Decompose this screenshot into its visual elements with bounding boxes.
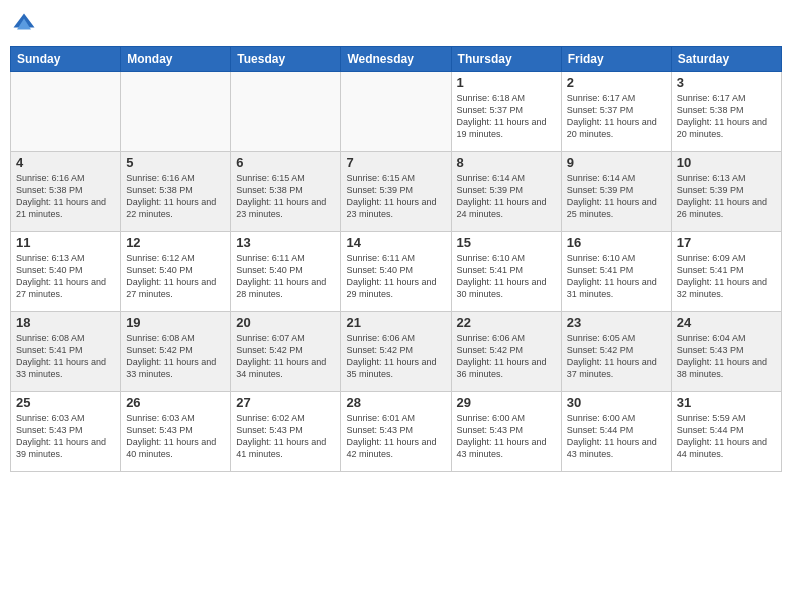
day-info: Sunrise: 6:15 AM Sunset: 5:39 PM Dayligh… xyxy=(346,172,445,221)
calendar-table: SundayMondayTuesdayWednesdayThursdayFrid… xyxy=(10,46,782,472)
calendar-header-row: SundayMondayTuesdayWednesdayThursdayFrid… xyxy=(11,47,782,72)
col-header-friday: Friday xyxy=(561,47,671,72)
page-header xyxy=(10,10,782,38)
logo xyxy=(10,10,42,38)
week-row-4: 18Sunrise: 6:08 AM Sunset: 5:41 PM Dayli… xyxy=(11,312,782,392)
day-cell-19: 19Sunrise: 6:08 AM Sunset: 5:42 PM Dayli… xyxy=(121,312,231,392)
day-cell-empty-3 xyxy=(341,72,451,152)
day-number: 14 xyxy=(346,235,445,250)
day-cell-22: 22Sunrise: 6:06 AM Sunset: 5:42 PM Dayli… xyxy=(451,312,561,392)
day-number: 24 xyxy=(677,315,776,330)
day-cell-18: 18Sunrise: 6:08 AM Sunset: 5:41 PM Dayli… xyxy=(11,312,121,392)
day-cell-empty-1 xyxy=(121,72,231,152)
day-number: 31 xyxy=(677,395,776,410)
day-cell-29: 29Sunrise: 6:00 AM Sunset: 5:43 PM Dayli… xyxy=(451,392,561,472)
day-cell-20: 20Sunrise: 6:07 AM Sunset: 5:42 PM Dayli… xyxy=(231,312,341,392)
day-number: 17 xyxy=(677,235,776,250)
week-row-3: 11Sunrise: 6:13 AM Sunset: 5:40 PM Dayli… xyxy=(11,232,782,312)
day-cell-26: 26Sunrise: 6:03 AM Sunset: 5:43 PM Dayli… xyxy=(121,392,231,472)
day-number: 28 xyxy=(346,395,445,410)
day-cell-15: 15Sunrise: 6:10 AM Sunset: 5:41 PM Dayli… xyxy=(451,232,561,312)
day-cell-17: 17Sunrise: 6:09 AM Sunset: 5:41 PM Dayli… xyxy=(671,232,781,312)
week-row-5: 25Sunrise: 6:03 AM Sunset: 5:43 PM Dayli… xyxy=(11,392,782,472)
day-number: 19 xyxy=(126,315,225,330)
day-cell-1: 1Sunrise: 6:18 AM Sunset: 5:37 PM Daylig… xyxy=(451,72,561,152)
day-cell-empty-2 xyxy=(231,72,341,152)
day-info: Sunrise: 6:10 AM Sunset: 5:41 PM Dayligh… xyxy=(457,252,556,301)
day-info: Sunrise: 6:17 AM Sunset: 5:37 PM Dayligh… xyxy=(567,92,666,141)
day-number: 21 xyxy=(346,315,445,330)
day-number: 6 xyxy=(236,155,335,170)
day-number: 1 xyxy=(457,75,556,90)
day-cell-9: 9Sunrise: 6:14 AM Sunset: 5:39 PM Daylig… xyxy=(561,152,671,232)
day-number: 8 xyxy=(457,155,556,170)
day-info: Sunrise: 6:15 AM Sunset: 5:38 PM Dayligh… xyxy=(236,172,335,221)
day-number: 7 xyxy=(346,155,445,170)
col-header-wednesday: Wednesday xyxy=(341,47,451,72)
day-cell-21: 21Sunrise: 6:06 AM Sunset: 5:42 PM Dayli… xyxy=(341,312,451,392)
day-number: 15 xyxy=(457,235,556,250)
day-cell-6: 6Sunrise: 6:15 AM Sunset: 5:38 PM Daylig… xyxy=(231,152,341,232)
day-info: Sunrise: 6:11 AM Sunset: 5:40 PM Dayligh… xyxy=(346,252,445,301)
day-info: Sunrise: 6:00 AM Sunset: 5:43 PM Dayligh… xyxy=(457,412,556,461)
day-cell-12: 12Sunrise: 6:12 AM Sunset: 5:40 PM Dayli… xyxy=(121,232,231,312)
day-cell-7: 7Sunrise: 6:15 AM Sunset: 5:39 PM Daylig… xyxy=(341,152,451,232)
col-header-tuesday: Tuesday xyxy=(231,47,341,72)
day-number: 30 xyxy=(567,395,666,410)
day-number: 25 xyxy=(16,395,115,410)
day-cell-14: 14Sunrise: 6:11 AM Sunset: 5:40 PM Dayli… xyxy=(341,232,451,312)
day-info: Sunrise: 6:02 AM Sunset: 5:43 PM Dayligh… xyxy=(236,412,335,461)
day-cell-8: 8Sunrise: 6:14 AM Sunset: 5:39 PM Daylig… xyxy=(451,152,561,232)
day-cell-5: 5Sunrise: 6:16 AM Sunset: 5:38 PM Daylig… xyxy=(121,152,231,232)
day-info: Sunrise: 6:17 AM Sunset: 5:38 PM Dayligh… xyxy=(677,92,776,141)
day-number: 10 xyxy=(677,155,776,170)
day-info: Sunrise: 6:12 AM Sunset: 5:40 PM Dayligh… xyxy=(126,252,225,301)
week-row-1: 1Sunrise: 6:18 AM Sunset: 5:37 PM Daylig… xyxy=(11,72,782,152)
col-header-saturday: Saturday xyxy=(671,47,781,72)
day-info: Sunrise: 6:14 AM Sunset: 5:39 PM Dayligh… xyxy=(567,172,666,221)
day-cell-23: 23Sunrise: 6:05 AM Sunset: 5:42 PM Dayli… xyxy=(561,312,671,392)
day-number: 4 xyxy=(16,155,115,170)
day-info: Sunrise: 6:01 AM Sunset: 5:43 PM Dayligh… xyxy=(346,412,445,461)
day-cell-27: 27Sunrise: 6:02 AM Sunset: 5:43 PM Dayli… xyxy=(231,392,341,472)
day-number: 26 xyxy=(126,395,225,410)
day-number: 29 xyxy=(457,395,556,410)
day-cell-28: 28Sunrise: 6:01 AM Sunset: 5:43 PM Dayli… xyxy=(341,392,451,472)
day-cell-31: 31Sunrise: 5:59 AM Sunset: 5:44 PM Dayli… xyxy=(671,392,781,472)
day-number: 27 xyxy=(236,395,335,410)
day-info: Sunrise: 5:59 AM Sunset: 5:44 PM Dayligh… xyxy=(677,412,776,461)
day-cell-30: 30Sunrise: 6:00 AM Sunset: 5:44 PM Dayli… xyxy=(561,392,671,472)
day-cell-10: 10Sunrise: 6:13 AM Sunset: 5:39 PM Dayli… xyxy=(671,152,781,232)
day-cell-24: 24Sunrise: 6:04 AM Sunset: 5:43 PM Dayli… xyxy=(671,312,781,392)
day-number: 22 xyxy=(457,315,556,330)
day-info: Sunrise: 6:07 AM Sunset: 5:42 PM Dayligh… xyxy=(236,332,335,381)
day-number: 3 xyxy=(677,75,776,90)
day-cell-13: 13Sunrise: 6:11 AM Sunset: 5:40 PM Dayli… xyxy=(231,232,341,312)
day-number: 20 xyxy=(236,315,335,330)
day-info: Sunrise: 6:10 AM Sunset: 5:41 PM Dayligh… xyxy=(567,252,666,301)
day-number: 2 xyxy=(567,75,666,90)
day-number: 11 xyxy=(16,235,115,250)
day-info: Sunrise: 6:13 AM Sunset: 5:40 PM Dayligh… xyxy=(16,252,115,301)
day-info: Sunrise: 6:13 AM Sunset: 5:39 PM Dayligh… xyxy=(677,172,776,221)
day-cell-4: 4Sunrise: 6:16 AM Sunset: 5:38 PM Daylig… xyxy=(11,152,121,232)
col-header-monday: Monday xyxy=(121,47,231,72)
day-info: Sunrise: 6:06 AM Sunset: 5:42 PM Dayligh… xyxy=(457,332,556,381)
day-info: Sunrise: 6:04 AM Sunset: 5:43 PM Dayligh… xyxy=(677,332,776,381)
day-info: Sunrise: 6:11 AM Sunset: 5:40 PM Dayligh… xyxy=(236,252,335,301)
day-info: Sunrise: 6:14 AM Sunset: 5:39 PM Dayligh… xyxy=(457,172,556,221)
day-info: Sunrise: 6:03 AM Sunset: 5:43 PM Dayligh… xyxy=(16,412,115,461)
day-cell-11: 11Sunrise: 6:13 AM Sunset: 5:40 PM Dayli… xyxy=(11,232,121,312)
col-header-thursday: Thursday xyxy=(451,47,561,72)
day-info: Sunrise: 6:00 AM Sunset: 5:44 PM Dayligh… xyxy=(567,412,666,461)
day-info: Sunrise: 6:05 AM Sunset: 5:42 PM Dayligh… xyxy=(567,332,666,381)
day-info: Sunrise: 6:16 AM Sunset: 5:38 PM Dayligh… xyxy=(126,172,225,221)
day-cell-empty-0 xyxy=(11,72,121,152)
day-number: 18 xyxy=(16,315,115,330)
day-cell-16: 16Sunrise: 6:10 AM Sunset: 5:41 PM Dayli… xyxy=(561,232,671,312)
day-number: 9 xyxy=(567,155,666,170)
day-number: 13 xyxy=(236,235,335,250)
day-number: 5 xyxy=(126,155,225,170)
day-info: Sunrise: 6:08 AM Sunset: 5:41 PM Dayligh… xyxy=(16,332,115,381)
day-cell-2: 2Sunrise: 6:17 AM Sunset: 5:37 PM Daylig… xyxy=(561,72,671,152)
